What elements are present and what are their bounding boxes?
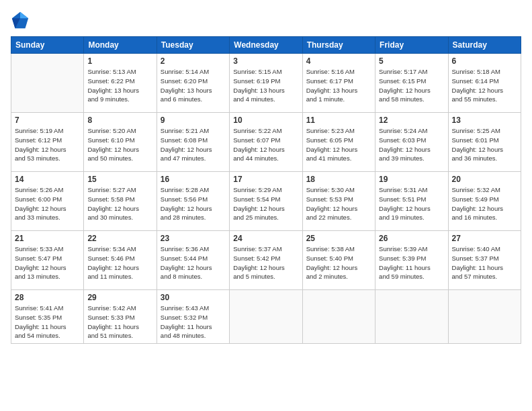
day-number: 5 [379,56,444,66]
logo-icon [11,11,30,30]
day-number: 9 [161,116,226,125]
cell-text: Sunrise: 5:17 AMSunset: 6:15 PMDaylight:… [379,67,444,104]
day-number: 22 [87,234,152,243]
day-cell: 29Sunrise: 5:42 AMSunset: 5:33 PMDayligh… [84,290,157,344]
day-cell [11,54,84,113]
day-number: 28 [15,293,80,302]
day-number: 3 [233,56,298,66]
cell-text: Sunrise: 5:18 AMSunset: 6:14 PMDaylight:… [452,67,517,104]
day-cell: 23Sunrise: 5:36 AMSunset: 5:44 PMDayligh… [157,231,229,290]
day-cell: 15Sunrise: 5:27 AMSunset: 5:58 PMDayligh… [84,172,157,231]
cell-text: Sunrise: 5:13 AMSunset: 6:22 PMDaylight:… [87,67,152,104]
day-number: 11 [306,116,371,125]
day-cell: 21Sunrise: 5:33 AMSunset: 5:47 PMDayligh… [11,231,84,290]
day-number: 26 [379,234,444,243]
calendar-table: SundayMondayTuesdayWednesdayThursdayFrid… [11,36,521,344]
cell-text: Sunrise: 5:15 AMSunset: 6:19 PMDaylight:… [233,67,298,104]
week-row-1: 1Sunrise: 5:13 AMSunset: 6:22 PMDaylight… [11,54,521,113]
day-number: 25 [306,234,371,243]
day-header-saturday: Saturday [448,37,521,54]
header-row: SundayMondayTuesdayWednesdayThursdayFrid… [11,37,521,54]
day-header-monday: Monday [84,37,157,54]
day-number: 4 [306,56,371,66]
page: SundayMondayTuesdayWednesdayThursdayFrid… [0,0,532,411]
cell-text: Sunrise: 5:14 AMSunset: 6:20 PMDaylight:… [161,67,226,104]
day-cell: 27Sunrise: 5:40 AMSunset: 5:37 PMDayligh… [448,231,521,290]
day-cell [302,290,375,344]
cell-text: Sunrise: 5:21 AMSunset: 6:08 PMDaylight:… [161,126,226,163]
day-cell: 5Sunrise: 5:17 AMSunset: 6:15 PMDaylight… [375,54,448,113]
day-number: 21 [15,234,80,243]
week-row-3: 14Sunrise: 5:26 AMSunset: 6:00 PMDayligh… [11,172,521,231]
day-cell: 17Sunrise: 5:29 AMSunset: 5:54 PMDayligh… [230,172,302,231]
week-row-5: 28Sunrise: 5:41 AMSunset: 5:35 PMDayligh… [11,290,521,344]
day-cell: 24Sunrise: 5:37 AMSunset: 5:42 PMDayligh… [230,231,302,290]
day-number: 10 [233,116,298,125]
cell-text: Sunrise: 5:42 AMSunset: 5:33 PMDaylight:… [87,304,152,340]
cell-text: Sunrise: 5:25 AMSunset: 6:01 PMDaylight:… [452,126,517,163]
logo [11,11,32,30]
day-cell: 9Sunrise: 5:21 AMSunset: 6:08 PMDaylight… [157,113,229,172]
day-number: 2 [161,56,226,66]
day-number: 18 [306,175,371,184]
day-number: 23 [161,234,226,243]
cell-text: Sunrise: 5:30 AMSunset: 5:53 PMDaylight:… [306,185,371,222]
day-cell: 7Sunrise: 5:19 AMSunset: 6:12 PMDaylight… [11,113,84,172]
day-cell: 13Sunrise: 5:25 AMSunset: 6:01 PMDayligh… [448,113,521,172]
day-number: 24 [233,234,298,243]
cell-text: Sunrise: 5:27 AMSunset: 5:58 PMDaylight:… [87,185,152,222]
cell-text: Sunrise: 5:26 AMSunset: 6:00 PMDaylight:… [15,185,80,222]
cell-text: Sunrise: 5:16 AMSunset: 6:17 PMDaylight:… [306,67,371,104]
week-row-2: 7Sunrise: 5:19 AMSunset: 6:12 PMDaylight… [11,113,521,172]
header [11,11,521,30]
week-row-4: 21Sunrise: 5:33 AMSunset: 5:47 PMDayligh… [11,231,521,290]
day-header-wednesday: Wednesday [230,37,302,54]
day-cell: 16Sunrise: 5:28 AMSunset: 5:56 PMDayligh… [157,172,229,231]
day-cell: 28Sunrise: 5:41 AMSunset: 5:35 PMDayligh… [11,290,84,344]
day-cell: 6Sunrise: 5:18 AMSunset: 6:14 PMDaylight… [448,54,521,113]
cell-text: Sunrise: 5:31 AMSunset: 5:51 PMDaylight:… [379,185,444,222]
day-cell: 11Sunrise: 5:23 AMSunset: 6:05 PMDayligh… [302,113,375,172]
day-cell: 14Sunrise: 5:26 AMSunset: 6:00 PMDayligh… [11,172,84,231]
day-cell: 19Sunrise: 5:31 AMSunset: 5:51 PMDayligh… [375,172,448,231]
day-cell: 22Sunrise: 5:34 AMSunset: 5:46 PMDayligh… [84,231,157,290]
cell-text: Sunrise: 5:19 AMSunset: 6:12 PMDaylight:… [15,126,80,163]
day-cell [375,290,448,344]
cell-text: Sunrise: 5:32 AMSunset: 5:49 PMDaylight:… [452,185,517,222]
day-number: 15 [87,175,152,184]
day-cell: 20Sunrise: 5:32 AMSunset: 5:49 PMDayligh… [448,172,521,231]
day-number: 12 [379,116,444,125]
day-cell: 10Sunrise: 5:22 AMSunset: 6:07 PMDayligh… [230,113,302,172]
cell-text: Sunrise: 5:23 AMSunset: 6:05 PMDaylight:… [306,126,371,163]
day-header-tuesday: Tuesday [157,37,229,54]
cell-text: Sunrise: 5:36 AMSunset: 5:44 PMDaylight:… [161,244,226,281]
day-cell: 30Sunrise: 5:43 AMSunset: 5:32 PMDayligh… [157,290,229,344]
day-cell: 2Sunrise: 5:14 AMSunset: 6:20 PMDaylight… [157,54,229,113]
day-number: 8 [87,116,152,125]
day-number: 16 [161,175,226,184]
day-number: 30 [161,293,226,302]
day-number: 19 [379,175,444,184]
day-cell: 18Sunrise: 5:30 AMSunset: 5:53 PMDayligh… [302,172,375,231]
cell-text: Sunrise: 5:22 AMSunset: 6:07 PMDaylight:… [233,126,298,163]
day-cell [448,290,521,344]
day-cell: 4Sunrise: 5:16 AMSunset: 6:17 PMDaylight… [302,54,375,113]
cell-text: Sunrise: 5:43 AMSunset: 5:32 PMDaylight:… [161,304,226,340]
cell-text: Sunrise: 5:29 AMSunset: 5:54 PMDaylight:… [233,185,298,222]
day-number: 7 [15,116,80,125]
cell-text: Sunrise: 5:33 AMSunset: 5:47 PMDaylight:… [15,244,80,281]
cell-text: Sunrise: 5:41 AMSunset: 5:35 PMDaylight:… [15,304,80,340]
svg-marker-1 [20,12,28,18]
day-number: 27 [452,234,517,243]
day-number: 13 [452,116,517,125]
day-number: 29 [87,293,152,302]
day-header-thursday: Thursday [302,37,375,54]
cell-text: Sunrise: 5:37 AMSunset: 5:42 PMDaylight:… [233,244,298,281]
day-cell [230,290,302,344]
day-cell: 8Sunrise: 5:20 AMSunset: 6:10 PMDaylight… [84,113,157,172]
cell-text: Sunrise: 5:34 AMSunset: 5:46 PMDaylight:… [87,244,152,281]
day-cell: 25Sunrise: 5:38 AMSunset: 5:40 PMDayligh… [302,231,375,290]
day-number: 14 [15,175,80,184]
day-cell: 1Sunrise: 5:13 AMSunset: 6:22 PMDaylight… [84,54,157,113]
day-header-friday: Friday [375,37,448,54]
